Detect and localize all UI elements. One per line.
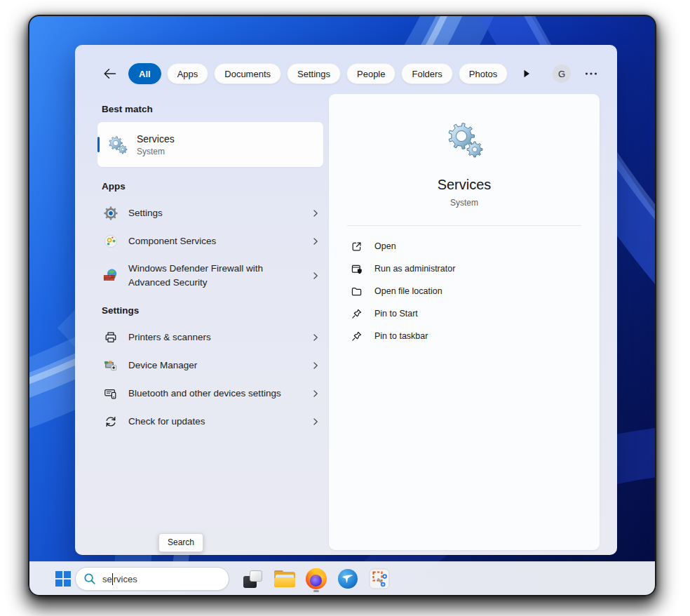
apps-section-header: Apps <box>102 181 323 192</box>
chevron-right-icon <box>311 272 320 280</box>
best-match-title: Services <box>137 133 175 145</box>
more-filters-button[interactable] <box>523 69 530 78</box>
taskbar-app-screenshot-tool[interactable] <box>363 565 395 593</box>
results-panel: Best match Services <box>97 94 323 436</box>
action-run-as-administrator[interactable]: Run as administrator <box>350 257 600 280</box>
result-label: Windows Defender Firewall with Advanced … <box>128 262 311 289</box>
action-label: Pin to taskbar <box>374 331 428 341</box>
action-label: Open file location <box>374 286 442 296</box>
action-list: Open Run as administrator <box>350 235 600 347</box>
preview-panel: Services System Open <box>329 94 600 550</box>
chevron-right-icon <box>311 209 320 217</box>
update-icon <box>103 414 119 429</box>
screenshot-tool-icon <box>369 568 390 589</box>
result-label: Device Manager <box>128 359 311 373</box>
services-gears-icon-large <box>442 119 487 160</box>
search-tooltip: Search <box>158 533 203 552</box>
result-label: Bluetooth and other devices settings <box>128 387 311 401</box>
search-flyout-window: All Apps Documents Settings People Folde… <box>75 45 617 555</box>
preview-subtitle: System <box>450 198 478 208</box>
filter-pill-people[interactable]: People <box>346 63 395 84</box>
action-pin-to-taskbar[interactable]: Pin to taskbar <box>350 325 600 347</box>
result-device-manager[interactable]: Device Manager <box>97 351 323 380</box>
action-label: Open <box>374 241 396 251</box>
start-button[interactable] <box>49 565 77 593</box>
search-magnifier-icon <box>83 573 96 585</box>
action-label: Run as administrator <box>374 264 455 274</box>
result-label: Printers & scanners <box>128 330 311 344</box>
action-open-file-location[interactable]: Open file location <box>350 280 600 302</box>
taskbar-app-file-explorer[interactable] <box>269 565 300 593</box>
action-label: Pin to Start <box>374 309 418 319</box>
result-component-services[interactable]: Component Services <box>97 227 323 255</box>
preview-title: Services <box>438 177 492 193</box>
chevron-right-icon <box>311 389 320 398</box>
taskbar-search-input[interactable]: se rvices <box>75 567 229 591</box>
back-arrow-icon <box>103 68 116 79</box>
settings-section-header: Settings <box>102 305 323 316</box>
preview-divider <box>347 225 581 226</box>
taskbar-app-icons <box>237 565 395 593</box>
play-triangle-icon <box>523 69 530 78</box>
result-label: Check for updates <box>128 415 311 429</box>
task-switcher-icon <box>243 570 262 588</box>
taskbar-app-task-switcher[interactable] <box>237 565 269 593</box>
search-query-text: se rvices <box>102 573 137 585</box>
overflow-menu-button[interactable] <box>585 72 597 76</box>
open-external-icon <box>350 240 363 253</box>
pin-icon <box>350 330 363 342</box>
search-filter-bar: All Apps Documents Settings People Folde… <box>100 62 597 86</box>
action-open[interactable]: Open <box>350 235 600 257</box>
folder-icon <box>350 285 363 297</box>
filter-pill-photos[interactable]: Photos <box>459 63 508 84</box>
taskbar: se rvices <box>29 561 655 595</box>
firewall-icon <box>103 268 119 283</box>
chevron-right-icon <box>311 237 320 246</box>
device-manager-icon <box>103 358 119 373</box>
services-gears-icon <box>107 135 128 154</box>
running-app-indicator <box>313 590 319 592</box>
bluetooth-devices-icon <box>103 386 119 401</box>
result-label: Component Services <box>128 234 311 248</box>
filter-pill-apps[interactable]: Apps <box>167 63 209 84</box>
back-button[interactable] <box>100 65 119 83</box>
chevron-right-icon <box>311 333 320 342</box>
windows-logo-icon <box>55 571 71 587</box>
component-services-icon <box>103 234 119 249</box>
chevron-right-icon <box>311 361 320 370</box>
taskbar-app-firefox[interactable] <box>300 565 332 593</box>
pin-icon <box>350 307 363 320</box>
result-firewall[interactable]: Windows Defender Firewall with Advanced … <box>97 255 323 295</box>
action-pin-to-start[interactable]: Pin to Start <box>350 302 600 325</box>
settings-gear-icon <box>103 206 119 221</box>
firefox-icon <box>306 568 327 589</box>
ellipsis-icon <box>585 72 597 76</box>
filter-pills: All Apps Documents Settings People Folde… <box>128 63 508 84</box>
best-match-item[interactable]: Services System <box>97 122 323 167</box>
filter-pill-folders[interactable]: Folders <box>401 63 452 84</box>
printer-icon <box>103 330 119 345</box>
search-text-before: se <box>102 574 112 584</box>
chevron-right-icon <box>311 417 320 426</box>
filter-pill-documents[interactable]: Documents <box>214 63 281 84</box>
result-printers-scanners[interactable]: Printers & scanners <box>97 323 323 351</box>
search-text-after: rvices <box>114 574 137 584</box>
desktop: All Apps Documents Settings People Folde… <box>28 15 656 596</box>
filter-pill-all[interactable]: All <box>128 63 161 84</box>
best-match-text: Services System <box>137 133 175 156</box>
run-as-admin-icon <box>350 262 363 275</box>
best-match-subtitle: System <box>137 147 175 156</box>
account-avatar[interactable]: G <box>553 65 571 83</box>
screenshot-root: All Apps Documents Settings People Folde… <box>0 0 690 616</box>
thunderbird-icon <box>337 568 358 589</box>
result-settings[interactable]: Settings <box>97 199 323 227</box>
result-check-for-updates[interactable]: Check for updates <box>97 408 323 436</box>
result-label: Settings <box>128 206 311 220</box>
taskbar-app-thunderbird[interactable] <box>332 565 363 593</box>
result-bluetooth-devices[interactable]: Bluetooth and other devices settings <box>97 380 323 408</box>
file-explorer-icon <box>274 570 295 588</box>
best-match-header: Best match <box>102 104 323 114</box>
filter-pill-settings[interactable]: Settings <box>287 63 341 84</box>
